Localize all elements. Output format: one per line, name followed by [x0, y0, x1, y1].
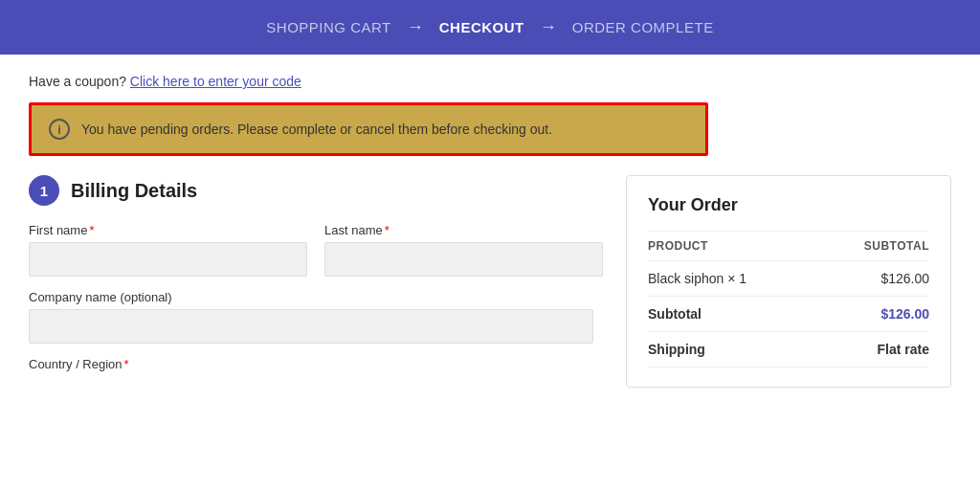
step-circle: 1 — [29, 175, 59, 206]
company-label: Company name (optional) — [29, 290, 603, 304]
first-name-group: First name* — [29, 223, 307, 277]
arrow-1: → — [407, 17, 424, 37]
order-table: PRODUCT SUBTOTAL Black siphon × 1 $126.0… — [648, 231, 929, 368]
first-name-input[interactable] — [29, 242, 307, 277]
country-label: Country / Region* — [29, 357, 603, 371]
coupon-line: Have a coupon? Click here to enter your … — [29, 74, 951, 89]
order-row-1: Black siphon × 1 $126.00 — [648, 261, 929, 297]
last-name-label: Last name* — [324, 223, 603, 237]
progress-bar: Shopping Cart → Checkout → Order Complet… — [0, 0, 980, 55]
company-group: Company name (optional) — [29, 290, 603, 344]
coupon-link[interactable]: Click here to enter your code — [130, 74, 301, 89]
col-subtotal: SUBTOTAL — [817, 232, 929, 261]
company-input[interactable] — [29, 309, 593, 344]
step-checkout[interactable]: Checkout — [439, 19, 524, 35]
two-col-layout: 1 Billing Details First name* Last name* — [29, 175, 951, 388]
country-required: * — [124, 357, 129, 371]
order-title: Your Order — [648, 195, 929, 215]
product-name: Black siphon × 1 — [648, 261, 817, 297]
country-group: Country / Region* — [29, 357, 603, 371]
shipping-row: Shipping Flat rate — [648, 332, 929, 368]
order-table-header: PRODUCT SUBTOTAL — [648, 232, 929, 261]
last-name-input[interactable] — [324, 242, 603, 277]
subtotal-value: $126.00 — [817, 297, 929, 332]
col-product: PRODUCT — [648, 232, 817, 261]
last-name-group: Last name* — [324, 223, 603, 277]
subtotal-row: Subtotal $126.00 — [648, 297, 929, 332]
shipping-value: Flat rate — [817, 332, 929, 368]
billing-title: Billing Details — [71, 180, 197, 202]
order-summary: Your Order PRODUCT SUBTOTAL Black siphon… — [626, 175, 951, 388]
notice-banner: i You have pending orders. Please comple… — [29, 102, 708, 156]
billing-section: 1 Billing Details First name* Last name* — [29, 175, 603, 388]
last-name-required: * — [385, 223, 390, 237]
arrow-2: → — [540, 17, 557, 37]
shipping-label: Shipping — [648, 332, 817, 368]
coupon-prefix: Have a coupon? — [29, 74, 126, 89]
first-name-label: First name* — [29, 223, 307, 237]
notice-icon: i — [49, 119, 70, 140]
billing-header: 1 Billing Details — [29, 175, 603, 206]
name-row: First name* Last name* — [29, 223, 603, 277]
subtotal-label: Subtotal — [648, 297, 817, 332]
main-content: Have a coupon? Click here to enter your … — [0, 55, 980, 407]
step-order-complete[interactable]: Order Complete — [572, 19, 714, 35]
notice-text: You have pending orders. Please complete… — [81, 122, 552, 137]
product-price: $126.00 — [817, 261, 929, 297]
first-name-required: * — [89, 223, 94, 237]
step-shopping-cart[interactable]: Shopping Cart — [266, 19, 390, 35]
